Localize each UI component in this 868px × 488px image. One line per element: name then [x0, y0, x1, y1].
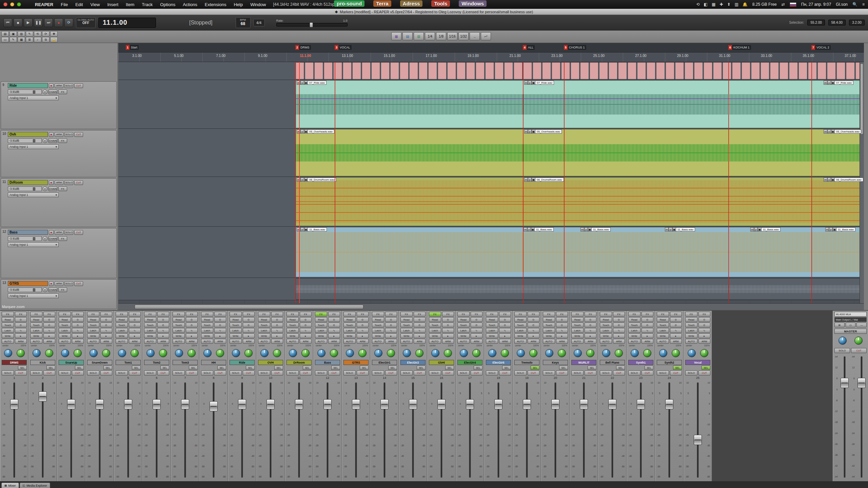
solo-button[interactable]: SOLO	[64, 83, 73, 88]
pan-knob[interactable]	[488, 349, 496, 357]
fx-button[interactable]: FX	[600, 312, 612, 317]
read-button[interactable]: Read	[201, 317, 213, 322]
track-name-field[interactable]: DrRoom	[8, 180, 48, 185]
item-label-chip[interactable]: mp▣11_Bass.wav	[665, 227, 695, 231]
status-icon-5[interactable]: ▥	[734, 2, 738, 7]
fx-button[interactable]: FX	[571, 312, 584, 317]
auto-button[interactable]: AUTO	[457, 339, 470, 344]
phase-icon[interactable]: ⊙	[214, 317, 226, 322]
phase-icon[interactable]: ⊙	[357, 317, 369, 322]
volume-fader[interactable]	[351, 382, 361, 478]
fx2-button[interactable]: FX	[100, 312, 113, 317]
write-mode-icon[interactable]: ▸	[385, 333, 397, 338]
mute-button[interactable]: CUT	[698, 370, 711, 375]
arm-button[interactable]: ARM	[585, 339, 597, 344]
write-button[interactable]: Write	[201, 333, 213, 338]
read-button[interactable]: Read	[685, 317, 697, 322]
input-select[interactable]: Analog Input 1▾	[8, 192, 59, 197]
fx2-button[interactable]: FX	[528, 312, 540, 317]
pan-knob[interactable]	[317, 349, 326, 357]
fx-button[interactable]: FX	[59, 312, 71, 317]
width-knob[interactable]	[586, 349, 594, 357]
auto-button[interactable]: AUTO	[429, 339, 441, 344]
auto-button[interactable]: AUTO	[600, 339, 612, 344]
arm-button[interactable]: ARM	[471, 339, 483, 344]
volume-thumb[interactable]	[33, 90, 35, 94]
status-icon-4[interactable]: ⬆	[727, 2, 730, 7]
envelope-button[interactable]: E	[43, 236, 47, 241]
item-p-button[interactable]: p	[528, 178, 532, 182]
stop-button[interactable]: ■	[14, 18, 22, 27]
solo-button[interactable]: SOLO	[173, 370, 185, 375]
envelope-icon[interactable]: ∿	[214, 328, 226, 333]
tcp-track-drroom[interactable]: 11DrRoom●ARMSOLOCUT-3.91dBECHAINFXAnalog…	[1, 178, 117, 227]
solo-button[interactable]: SOLO	[201, 370, 213, 375]
vertical-scroll-thumb[interactable]	[860, 63, 864, 135]
lane-drumsroom[interactable]: mp▣06_DrumsRoom.wavmp▣06_DrumsRoom.wavmp…	[118, 177, 864, 227]
phase-icon[interactable]: ⊙	[556, 317, 568, 322]
envelope-icon[interactable]: ∿	[243, 328, 255, 333]
pause-button[interactable]: ❚❚	[34, 18, 43, 27]
width-knob[interactable]	[74, 349, 82, 357]
write-mode-icon[interactable]: ▸	[414, 333, 426, 338]
arm-button[interactable]: ARM	[328, 339, 340, 344]
mono-icon[interactable]: ⊙	[613, 323, 625, 327]
write-button[interactable]: Write	[230, 333, 242, 338]
arm-button[interactable]: ARM	[528, 339, 540, 344]
toolbar-icon-r1-5[interactable]: ⟳	[42, 31, 50, 37]
phase-icon[interactable]: ⊙	[328, 317, 340, 322]
mute-button[interactable]: CUT	[556, 370, 568, 375]
latch-button[interactable]: Latch	[116, 328, 128, 333]
solo-button[interactable]: SOLO	[486, 370, 498, 375]
write-button[interactable]: Write	[343, 333, 356, 338]
toolbar-icon-r2-0[interactable]: ▭	[1, 37, 9, 42]
fader-handle[interactable]	[523, 399, 531, 409]
status-icon-2[interactable]: ▦	[712, 2, 715, 7]
menu-reaper[interactable]: REAPER	[31, 2, 57, 7]
volume-fader[interactable]	[66, 382, 76, 478]
volume-thumb[interactable]	[33, 288, 35, 291]
touch-button[interactable]: Touch	[87, 323, 99, 327]
write-mode-icon[interactable]: ▸	[100, 333, 113, 338]
fx2-button[interactable]: FX	[499, 312, 511, 317]
auto-button[interactable]: AUTO	[30, 339, 42, 344]
chain-button[interactable]: CHAIN	[48, 138, 57, 143]
arm-button[interactable]: ARM	[357, 339, 369, 344]
solo-button[interactable]: SOLO	[64, 230, 73, 235]
fx-button[interactable]: FX	[58, 236, 67, 241]
zoom-window-button[interactable]	[17, 2, 21, 6]
fx2-button[interactable]: FX	[642, 312, 654, 317]
touch-button[interactable]: Touch	[201, 323, 213, 327]
phase-icon[interactable]: ⊙	[642, 317, 654, 322]
latch-button[interactable]: Latch	[657, 328, 669, 333]
solo-button[interactable]: SOLO	[514, 370, 527, 375]
pan-knob[interactable]	[631, 349, 639, 357]
volume-thumb[interactable]	[33, 187, 35, 190]
mono-icon[interactable]: ⊙	[300, 323, 312, 327]
pan-knob[interactable]	[431, 349, 439, 357]
fader-handle[interactable]	[637, 399, 645, 409]
touch-button[interactable]: Touch	[400, 323, 413, 327]
touch-button[interactable]: Touch	[429, 323, 441, 327]
solo-button[interactable]: SOLO	[315, 370, 327, 375]
grid-division-1-8[interactable]: 1/8	[436, 32, 446, 40]
read-button[interactable]: Read	[600, 317, 612, 322]
fx2-button[interactable]: FX	[556, 312, 568, 317]
latch-button[interactable]: Latch	[372, 328, 384, 333]
fader-handle[interactable]	[466, 399, 474, 409]
select-button[interactable]: SEL	[445, 366, 454, 370]
write-mode-icon[interactable]: ▸	[186, 333, 198, 338]
latch-button[interactable]: Latch	[400, 328, 413, 333]
track-name-field[interactable]: Ovh	[8, 132, 48, 137]
fx2-button[interactable]: FX	[72, 312, 84, 317]
auto-button[interactable]: AUTO	[400, 339, 413, 344]
solo-button[interactable]: SOLO	[116, 370, 128, 375]
fx-button[interactable]: FX	[486, 312, 498, 317]
latch-button[interactable]: Latch	[173, 328, 185, 333]
width-knob[interactable]	[17, 349, 25, 357]
write-mode-icon[interactable]: ▸	[499, 333, 511, 338]
solo-button[interactable]: SOLO	[287, 370, 299, 375]
phase-icon[interactable]: ⊙	[100, 317, 113, 322]
envelope-icon[interactable]: ∿	[613, 328, 625, 333]
tcp-track-gtrs[interactable]: 13GTRS●ARMSOLOCUT-3.91dBECHAINFXAnalog I…	[1, 279, 117, 309]
